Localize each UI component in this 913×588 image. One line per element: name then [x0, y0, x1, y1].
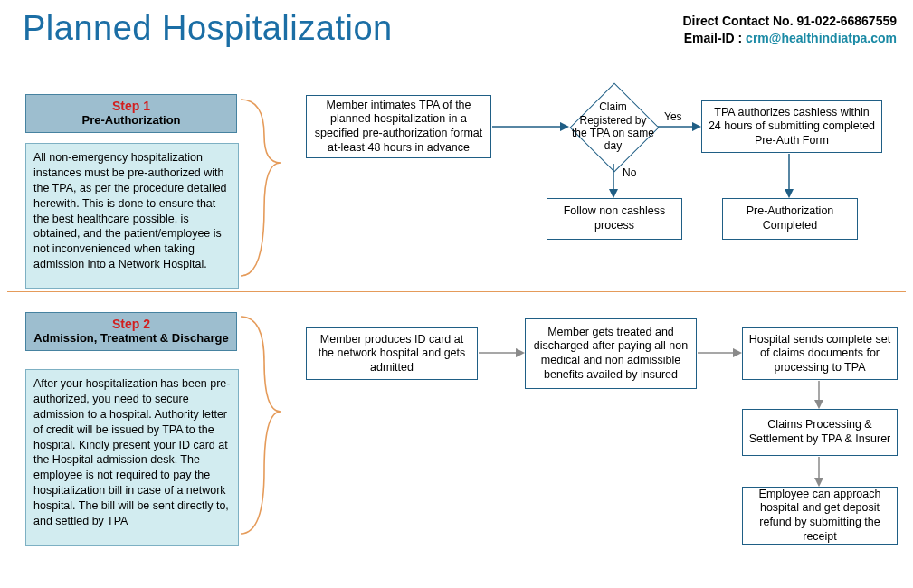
box-deposit-refund: Employee can approach hospital and get d…	[742, 487, 898, 545]
step1-description: All non-emergency hospitalization instan…	[25, 143, 239, 289]
label-yes: Yes	[664, 110, 682, 123]
box-preauth-completed: Pre-Authorization Completed	[722, 198, 858, 240]
box-id-card: Member produces ID card at the network h…	[306, 327, 478, 380]
box-non-cashless: Follow non cashless process	[547, 198, 682, 240]
page-title: Planned Hospitalization	[23, 9, 393, 48]
step2-subtitle: Admission, Treatment & Discharge	[32, 331, 231, 345]
email-value: crm@healthindiatpa.com	[746, 31, 897, 45]
contact-label: Direct Contact No.	[682, 14, 793, 28]
decision-claim-registered: Claim Registered by the TPA on same day	[570, 90, 656, 163]
step2-description: After your hospitalization has been pre-…	[25, 369, 239, 546]
step2-label: Step 2	[32, 317, 231, 331]
email-label: Email-ID :	[684, 31, 743, 45]
contact-value: 91-022-66867559	[796, 14, 897, 28]
contact-block: Direct Contact No. 91-022-66867559 Email…	[682, 13, 897, 47]
step2-header: Step 2 Admission, Treatment & Discharge	[25, 312, 237, 351]
section-divider	[7, 291, 906, 292]
step1-label: Step 1	[32, 99, 231, 113]
label-no: No	[623, 166, 636, 179]
step1-subtitle: Pre-Authorization	[32, 113, 231, 127]
box-tpa-authorize: TPA authorizes cashless within 24 hours …	[701, 100, 882, 153]
box-treated-discharged: Member gets treated and discharged after…	[525, 318, 697, 389]
step1-header: Step 1 Pre-Authorization	[25, 94, 237, 133]
decision-text: Claim Registered by the TPA on same day	[570, 90, 656, 163]
box-hospital-sends: Hospital sends complete set of claims do…	[742, 327, 898, 380]
box-claims-processing: Claims Processing & Settlement by TPA & …	[742, 409, 898, 456]
box-intimate-tpa: Member intimates TPA of the planned hosp…	[306, 95, 491, 158]
